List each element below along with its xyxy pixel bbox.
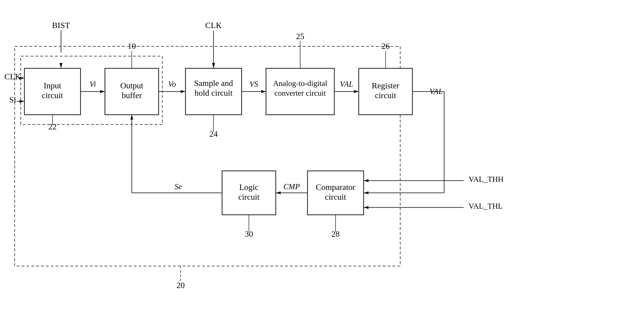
svg-text:CLK: CLK bbox=[4, 72, 21, 81]
svg-text:VAL: VAL bbox=[340, 80, 353, 88]
svg-text:10: 10 bbox=[128, 42, 136, 50]
svg-text:circuit: circuit bbox=[375, 91, 396, 100]
svg-text:Output: Output bbox=[120, 81, 144, 90]
svg-text:circuit: circuit bbox=[238, 192, 260, 202]
svg-text:Sample and: Sample and bbox=[194, 78, 233, 88]
svg-text:Comparator: Comparator bbox=[316, 182, 356, 192]
svg-text:Input: Input bbox=[44, 81, 61, 90]
svg-text:buffer: buffer bbox=[122, 91, 142, 100]
svg-rect-0 bbox=[0, 0, 644, 310]
svg-text:Vi: Vi bbox=[90, 80, 96, 88]
diagram-container: Input circuit Output buffer Sample and h… bbox=[0, 0, 644, 310]
svg-text:Se: Se bbox=[174, 182, 182, 191]
svg-text:converter circuit: converter circuit bbox=[274, 88, 326, 98]
svg-text:Register: Register bbox=[372, 81, 400, 90]
svg-text:VS: VS bbox=[250, 80, 258, 88]
svg-text:20: 20 bbox=[176, 281, 185, 290]
svg-text:BIST: BIST bbox=[52, 21, 70, 30]
svg-text:CLK: CLK bbox=[205, 21, 222, 30]
svg-text:hold circuit: hold circuit bbox=[194, 88, 232, 98]
svg-text:VAL_THH: VAL_THH bbox=[468, 175, 504, 184]
svg-text:26: 26 bbox=[382, 42, 390, 50]
svg-text:VAL_THL: VAL_THL bbox=[468, 202, 503, 210]
svg-text:Vo: Vo bbox=[168, 80, 176, 88]
svg-text:Analog-to-digital: Analog-to-digital bbox=[273, 79, 327, 88]
svg-text:circuit: circuit bbox=[325, 192, 346, 202]
svg-text:circuit: circuit bbox=[42, 91, 63, 100]
svg-text:25: 25 bbox=[296, 32, 304, 41]
svg-text:Logic: Logic bbox=[239, 182, 258, 192]
svg-text:Si: Si bbox=[9, 95, 16, 104]
svg-text:CMP: CMP bbox=[283, 182, 300, 191]
